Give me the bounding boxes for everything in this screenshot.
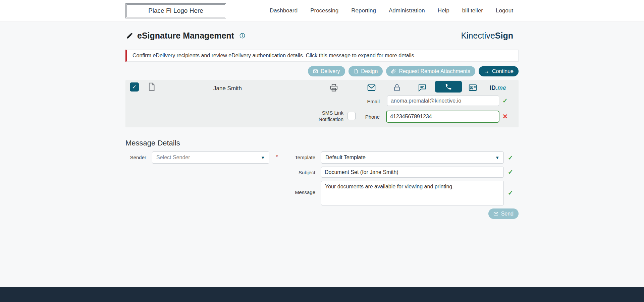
email-method-icon[interactable]: [367, 83, 376, 92]
subject-label: Subject: [286, 170, 315, 175]
message-valid-check-icon: ✓: [508, 189, 513, 197]
envelope-icon: [493, 211, 498, 216]
brand-second: Sign: [495, 31, 513, 40]
page-header: eSignature Management KinectiveSign: [125, 21, 519, 41]
alert-text: Confirm eDelivery recipients and review …: [132, 53, 416, 58]
fi-logo-placeholder: Place FI Logo Here: [125, 3, 226, 18]
toolbar: Delivery Design Request Remote Attachmen…: [125, 66, 519, 76]
main-content: eSignature Management KinectiveSign Conf…: [0, 21, 644, 222]
phone-method-button[interactable]: [435, 81, 462, 93]
info-icon[interactable]: [239, 33, 246, 39]
send-button[interactable]: Send: [488, 208, 519, 219]
design-button[interactable]: Design: [348, 66, 383, 76]
phone-input[interactable]: [386, 111, 499, 123]
top-nav: Place FI Logo Here Dashboard Processing …: [0, 0, 644, 21]
template-valid-check-icon: ✓: [508, 154, 513, 162]
chevron-down-icon: ▼: [495, 155, 499, 160]
arrow-right-icon: →: [484, 68, 489, 74]
sms-chat-method-icon[interactable]: [418, 83, 427, 92]
phone-invalid-cross-icon: ✕: [502, 113, 508, 120]
recipient-row: ✓ Jane Smith: [125, 80, 519, 127]
nav-item-help[interactable]: Help: [438, 7, 449, 14]
sms-link-notification-label: SMS Link Notification: [308, 110, 343, 123]
template-select[interactable]: Default Template ▼: [321, 152, 504, 164]
delivery-button[interactable]: Delivery: [308, 66, 345, 76]
email-label: Email: [340, 99, 380, 104]
nav-item-reporting[interactable]: Reporting: [351, 7, 376, 14]
kinective-sign-brand: KinectiveSign: [461, 31, 519, 41]
subject-input[interactable]: [321, 167, 504, 178]
sender-selected-value: Select Sender: [156, 155, 190, 161]
page-title: eSignature Management: [137, 31, 234, 41]
phone-icon: [445, 83, 452, 90]
subject-valid-check-icon: ✓: [508, 168, 513, 176]
sender-label: Sender: [125, 155, 146, 160]
message-textarea[interactable]: Your documents are available for viewing…: [321, 181, 504, 205]
edelivery-alert[interactable]: Confirm eDelivery recipients and review …: [125, 50, 519, 62]
idme-part1: ID: [490, 84, 496, 91]
nav-links: Dashboard Processing Reporting Administr…: [270, 7, 519, 14]
sender-select[interactable]: Select Sender ▼: [152, 152, 269, 164]
document-icon: [147, 82, 156, 92]
paperclip-icon: [391, 69, 396, 74]
nav-item-logout[interactable]: Logout: [496, 7, 513, 14]
footer-bar: [0, 287, 644, 302]
check-icon: ✓: [132, 84, 137, 90]
idme-method-button[interactable]: ID.me: [490, 84, 506, 92]
print-method-icon[interactable]: [329, 83, 338, 92]
recipient-name: Jane Smith: [213, 85, 242, 92]
message-details-heading: Message Details: [125, 139, 519, 147]
document-icon: [354, 69, 359, 74]
message-label: Message: [286, 189, 315, 195]
idme-part2: .me: [496, 84, 506, 91]
page: Place FI Logo Here Dashboard Processing …: [0, 0, 644, 302]
required-asterisk: *: [276, 154, 278, 161]
signature-pen-icon: [125, 32, 134, 40]
brand-first: Kinective: [461, 31, 495, 40]
nav-item-processing[interactable]: Processing: [310, 7, 338, 14]
chevron-down-icon: ▼: [261, 155, 265, 160]
nav-item-user-bill-teller[interactable]: bill teller: [462, 7, 483, 14]
phone-label: Phone: [340, 114, 380, 120]
message-details-form: Sender Select Sender ▼ * Template Defaul…: [125, 152, 519, 222]
email-input[interactable]: [387, 96, 499, 106]
contact-card-method-icon[interactable]: [468, 83, 477, 92]
email-valid-check-icon: ✓: [502, 97, 508, 105]
template-label: Template: [286, 155, 315, 160]
continue-button[interactable]: → Continue: [479, 66, 519, 76]
nav-item-administration[interactable]: Administration: [389, 7, 425, 14]
recipient-select-checkbox[interactable]: ✓: [130, 82, 139, 92]
fi-logo-text: Place FI Logo Here: [148, 7, 203, 14]
nav-item-dashboard[interactable]: Dashboard: [270, 7, 298, 14]
passcode-lock-method-icon[interactable]: [392, 83, 401, 92]
template-selected-value: Default Template: [325, 155, 366, 161]
envelope-icon: [313, 69, 318, 74]
request-remote-attachments-button[interactable]: Request Remote Attachments: [386, 66, 475, 76]
